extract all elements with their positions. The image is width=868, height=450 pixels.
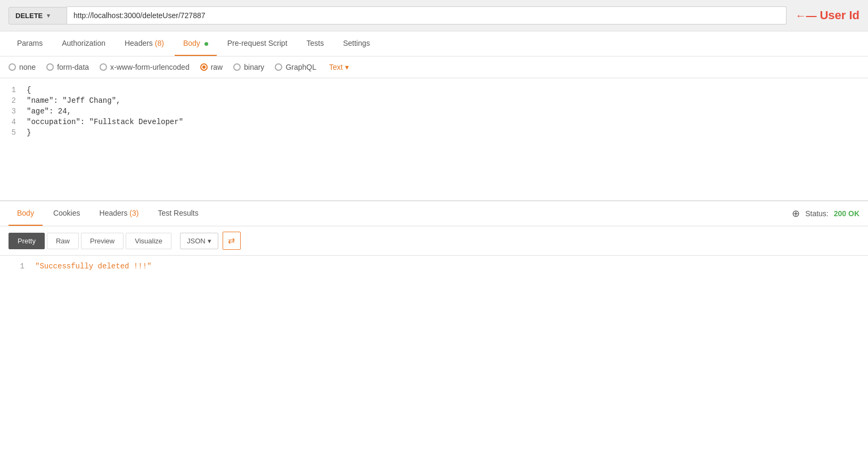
request-tabs: Params Authorization Headers (8) Body Pr… bbox=[0, 31, 868, 56]
response-tabs: Body Cookies Headers (3) Test Results ⊕ … bbox=[0, 201, 868, 226]
tab-authorization[interactable]: Authorization bbox=[53, 31, 114, 56]
arrow-icon: ←— bbox=[795, 10, 816, 22]
code-line: 5 } bbox=[0, 127, 868, 138]
tab-tests[interactable]: Tests bbox=[298, 31, 333, 56]
code-editor[interactable]: 1 { 2 "name": "Jeff Chang", 3 "age": 24,… bbox=[0, 78, 868, 201]
body-active-dot bbox=[204, 42, 208, 46]
url-bar: DELETE ▾ ←— User Id bbox=[0, 0, 868, 31]
line-content: { bbox=[27, 86, 31, 94]
option-none[interactable]: none bbox=[9, 63, 36, 71]
method-label: DELETE bbox=[15, 12, 43, 20]
btn-raw[interactable]: Raw bbox=[47, 233, 79, 249]
tab-prerequest[interactable]: Pre-request Script bbox=[219, 31, 296, 56]
line-number: 3 bbox=[0, 107, 27, 116]
status-label: Status: bbox=[805, 209, 829, 218]
line-content: "occupation": "Fullstack Developer" bbox=[27, 118, 183, 126]
resp-line-content-1: "Successfully deleted !!!" bbox=[35, 262, 151, 271]
code-editor-inner: 1 { 2 "name": "Jeff Chang", 3 "age": 24,… bbox=[0, 78, 868, 144]
radio-urlencoded bbox=[100, 63, 107, 71]
resp-tab-headers[interactable]: Headers (3) bbox=[91, 201, 148, 226]
tab-headers[interactable]: Headers (8) bbox=[116, 31, 173, 56]
line-number: 4 bbox=[0, 118, 27, 126]
resp-tab-body[interactable]: Body bbox=[9, 201, 43, 226]
tab-body[interactable]: Body bbox=[175, 31, 217, 56]
line-content: "age": 24, bbox=[27, 107, 71, 116]
btn-visualize[interactable]: Visualize bbox=[126, 233, 171, 249]
radio-graphql bbox=[275, 63, 282, 71]
radio-raw bbox=[200, 63, 208, 71]
code-line: 3 "age": 24, bbox=[0, 106, 868, 117]
method-chevron: ▾ bbox=[47, 12, 50, 19]
radio-formdata bbox=[46, 63, 54, 71]
status-area: ⊕ Status: 200 OK bbox=[792, 208, 859, 219]
code-line: 4 "occupation": "Fullstack Developer" bbox=[0, 117, 868, 127]
resp-line-1: 1 "Successfully deleted !!!" bbox=[9, 262, 859, 271]
method-select[interactable]: DELETE ▾ bbox=[9, 7, 67, 24]
wrap-icon: ⇄ bbox=[228, 236, 235, 245]
radio-none bbox=[9, 63, 16, 71]
format-dropdown[interactable]: JSON ▾ bbox=[180, 233, 218, 249]
option-formdata[interactable]: form-data bbox=[46, 63, 89, 71]
code-line: 1 { bbox=[0, 85, 868, 95]
resp-line-num-1: 1 bbox=[9, 262, 35, 271]
option-graphql[interactable]: GraphQL bbox=[275, 63, 316, 71]
globe-icon: ⊕ bbox=[792, 208, 800, 219]
resp-tab-testresults[interactable]: Test Results bbox=[149, 201, 207, 226]
line-content: "name": "Jeff Chang", bbox=[27, 96, 120, 105]
url-input[interactable] bbox=[67, 6, 787, 24]
body-options: none form-data x-www-form-urlencoded raw… bbox=[0, 56, 868, 78]
line-content: } bbox=[27, 128, 31, 137]
response-body: 1 "Successfully deleted !!!" bbox=[0, 256, 868, 277]
btn-pretty[interactable]: Pretty bbox=[9, 233, 45, 249]
line-number: 2 bbox=[0, 96, 27, 105]
option-binary[interactable]: binary bbox=[233, 63, 264, 71]
tab-params[interactable]: Params bbox=[9, 31, 51, 56]
btn-preview[interactable]: Preview bbox=[81, 233, 124, 249]
wrap-button[interactable]: ⇄ bbox=[223, 232, 241, 250]
option-raw[interactable]: raw bbox=[200, 63, 223, 71]
code-line: 2 "name": "Jeff Chang", bbox=[0, 95, 868, 106]
status-value: 200 OK bbox=[834, 209, 859, 218]
radio-binary bbox=[233, 63, 241, 71]
line-number: 5 bbox=[0, 128, 27, 137]
line-number: 1 bbox=[0, 86, 27, 94]
resp-tab-cookies[interactable]: Cookies bbox=[45, 201, 89, 226]
user-id-annotation: User Id bbox=[820, 9, 859, 22]
text-format-dropdown[interactable]: Text ▾ bbox=[329, 63, 349, 71]
response-section: Body Cookies Headers (3) Test Results ⊕ … bbox=[0, 201, 868, 277]
response-toolbar: Pretty Raw Preview Visualize JSON ▾ ⇄ bbox=[0, 226, 868, 256]
tab-settings[interactable]: Settings bbox=[334, 31, 379, 56]
url-annotation: ←— User Id bbox=[795, 9, 859, 22]
option-urlencoded[interactable]: x-www-form-urlencoded bbox=[100, 63, 190, 71]
